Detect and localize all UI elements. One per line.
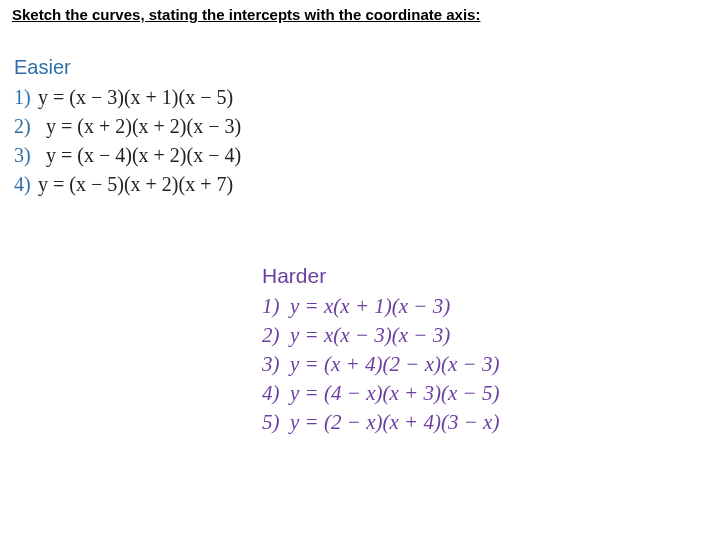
item-equation: y = (x + 4)(2 − x)(x − 3)	[290, 350, 499, 379]
harder-item: 4) y = (4 − x)(x + 3)(x − 5)	[262, 379, 499, 408]
page: Sketch the curves, stating the intercept…	[0, 0, 720, 540]
instruction-heading: Sketch the curves, stating the intercept…	[12, 6, 480, 23]
item-index: 4)	[262, 379, 290, 408]
item-equation: y = x(x + 1)(x − 3)	[290, 292, 450, 321]
item-index: 2)	[262, 321, 290, 350]
item-index: 5)	[262, 408, 290, 437]
easier-item: 4) y = (x − 5)(x + 2)(x + 7)	[14, 170, 241, 199]
item-index: 2)	[14, 112, 38, 141]
easier-title: Easier	[14, 56, 241, 79]
item-equation: y = (x − 3)(x + 1)(x − 5)	[38, 83, 233, 112]
easier-item: 1) y = (x − 3)(x + 1)(x − 5)	[14, 83, 241, 112]
item-equation: y = (4 − x)(x + 3)(x − 5)	[290, 379, 499, 408]
harder-item: 3) y = (x + 4)(2 − x)(x − 3)	[262, 350, 499, 379]
item-index: 3)	[262, 350, 290, 379]
item-index: 1)	[14, 83, 38, 112]
item-equation: y = (2 − x)(x + 4)(3 − x)	[290, 408, 499, 437]
item-index: 1)	[262, 292, 290, 321]
easier-item: 3) y = (x − 4)(x + 2)(x − 4)	[14, 141, 241, 170]
harder-title: Harder	[262, 264, 499, 288]
harder-item: 2) y = x(x − 3)(x − 3)	[262, 321, 499, 350]
harder-item: 5) y = (2 − x)(x + 4)(3 − x)	[262, 408, 499, 437]
item-equation: y = (x + 2)(x + 2)(x − 3)	[46, 112, 241, 141]
easier-item: 2) y = (x + 2)(x + 2)(x − 3)	[14, 112, 241, 141]
item-equation: y = (x − 5)(x + 2)(x + 7)	[38, 170, 233, 199]
harder-item: 1) y = x(x + 1)(x − 3)	[262, 292, 499, 321]
item-index: 3)	[14, 141, 38, 170]
harder-section: Harder 1) y = x(x + 1)(x − 3) 2) y = x(x…	[262, 264, 499, 437]
item-equation: y = (x − 4)(x + 2)(x − 4)	[46, 141, 241, 170]
easier-section: Easier 1) y = (x − 3)(x + 1)(x − 5) 2) y…	[14, 56, 241, 199]
item-equation: y = x(x − 3)(x − 3)	[290, 321, 450, 350]
item-index: 4)	[14, 170, 38, 199]
